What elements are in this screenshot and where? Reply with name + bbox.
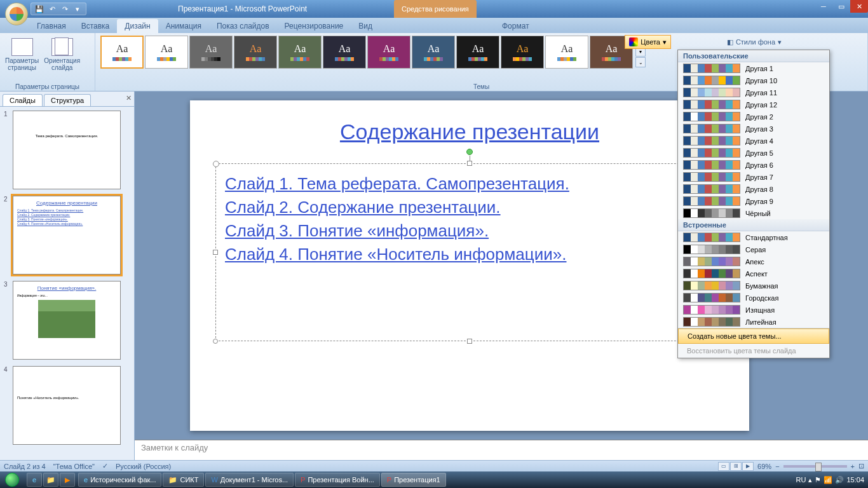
slide-hyperlink[interactable]: Слайд 2. Содержание презентации. (225, 198, 714, 217)
zoom-value[interactable]: 69% (757, 463, 771, 470)
color-scheme-item[interactable]: Бумажная (678, 280, 829, 292)
taskbar-item[interactable]: PПрезентация1 (381, 473, 446, 487)
tab-outline[interactable]: Структура (44, 94, 91, 106)
color-scheme-item[interactable]: Изящная (678, 304, 829, 316)
tab-review[interactable]: Рецензирование (277, 19, 351, 33)
color-scheme-item[interactable]: Другая 8 (678, 183, 829, 195)
resize-handle[interactable] (213, 339, 218, 344)
slide-thumbnail-1[interactable]: Тема реферата. Самопрезентация. (13, 111, 121, 189)
office-button[interactable] (5, 3, 28, 25)
close-button[interactable]: ✕ (850, 0, 868, 13)
color-scheme-item[interactable]: Другая 3 (678, 123, 829, 135)
notes-pane[interactable]: Заметки к слайду (135, 440, 868, 460)
theme-thumbnail[interactable]: Aa (145, 36, 188, 69)
theme-thumbnail[interactable]: Aa (367, 36, 410, 69)
tray-lang[interactable]: RU (796, 476, 806, 484)
undo-icon[interactable]: ↶ (48, 4, 57, 13)
resize-handle[interactable] (213, 250, 218, 255)
color-scheme-item[interactable]: Городская (678, 292, 829, 304)
color-scheme-item[interactable]: Другая 5 (678, 147, 829, 159)
color-scheme-item[interactable]: Другая 6 (678, 159, 829, 171)
background-styles-button[interactable]: ◧ Стили фона ▾ (723, 35, 785, 49)
color-scheme-item[interactable]: Другая 2 (678, 111, 829, 123)
theme-thumbnail[interactable]: Aa (501, 36, 544, 69)
slide-thumbnail-4[interactable]: Понятие «Носитель информации». (13, 366, 121, 445)
color-scheme-item[interactable]: Стандартная (678, 231, 829, 243)
fit-button[interactable]: ⊡ (858, 462, 864, 470)
taskbar-item[interactable]: WДокумент1 - Micros... (205, 473, 294, 487)
tab-slideshow[interactable]: Показ слайдов (209, 19, 277, 33)
color-scheme-item[interactable]: Другая 7 (678, 171, 829, 183)
slide-hyperlink[interactable]: Слайд 4. Понятие «Носитель информации». (225, 245, 714, 264)
color-scheme-item[interactable]: Другая 1 (678, 62, 829, 74)
slide-thumbnail-2[interactable]: Содержание презентации Слайд 1. Тема реф… (13, 196, 121, 274)
slide[interactable]: Содержание презентации Слайд 1. Тема реф… (190, 100, 749, 431)
theme-thumbnail[interactable]: Aa (234, 36, 277, 69)
spellcheck-icon[interactable]: ✓ (102, 462, 108, 470)
rotation-handle[interactable] (466, 149, 473, 155)
color-scheme-item[interactable]: Другая 9 (678, 195, 829, 207)
slide-title[interactable]: Содержание презентации (215, 119, 724, 144)
theme-thumbnail[interactable]: Aa (323, 36, 366, 69)
create-new-colors-button[interactable]: Создать новые цвета темы... (678, 329, 829, 344)
minimize-button[interactable]: ─ (815, 0, 832, 13)
slide-thumbnail-3[interactable]: Понятие «информация». Информация – это..… (13, 281, 121, 360)
thumbnail-row[interactable]: 2 Содержание презентации Слайд 1. Тема р… (4, 196, 130, 274)
slide-hyperlink[interactable]: Слайд 3. Понятие «информация». (225, 221, 714, 241)
theme-thumbnail[interactable]: Aa (100, 36, 144, 69)
theme-thumbnail[interactable]: Aa (412, 36, 455, 69)
taskbar-item[interactable]: PПрезентация Войн... (295, 473, 380, 487)
context-tab-drawing[interactable]: Средства рисования (394, 0, 477, 18)
volume-icon[interactable]: 🔊 (835, 476, 844, 484)
panel-close-icon[interactable]: ✕ (126, 94, 132, 102)
taskbar-item[interactable]: 📁СИКТ (163, 473, 204, 487)
color-scheme-item[interactable]: Чёрный (678, 207, 829, 219)
tab-insert[interactable]: Вставка (74, 19, 118, 33)
theme-thumbnail[interactable]: Aa (456, 36, 499, 69)
color-scheme-item[interactable]: Другая 11 (678, 86, 829, 98)
network-icon[interactable]: 📶 (824, 476, 832, 484)
theme-thumbnail[interactable]: Aa (545, 36, 588, 69)
resize-handle[interactable] (467, 339, 472, 344)
tab-home[interactable]: Главная (29, 19, 74, 33)
color-scheme-item[interactable]: Апекс (678, 255, 829, 268)
color-scheme-item[interactable]: Другая 12 (678, 98, 829, 111)
maximize-button[interactable]: ▭ (832, 0, 850, 13)
color-scheme-item[interactable]: Другая 10 (678, 74, 829, 86)
sorter-view-button[interactable]: ⊞ (730, 462, 742, 471)
color-scheme-item[interactable]: Литейная (678, 316, 829, 328)
tray-up-icon[interactable]: ▴ (808, 476, 812, 484)
slideshow-view-button[interactable]: ▶ (742, 462, 754, 471)
tab-view[interactable]: Вид (351, 19, 380, 33)
taskbar-item[interactable]: eИсторический фак... (78, 473, 161, 487)
pinned-ie-icon[interactable]: e (27, 473, 42, 487)
theme-thumbnail[interactable]: Aa (278, 36, 322, 69)
flag-icon[interactable]: ⚑ (815, 476, 821, 484)
slide-hyperlink[interactable]: Слайд 1. Тема реферата. Самопрезентация. (225, 174, 714, 194)
page-setup-button[interactable]: Параметры страницы (4, 37, 40, 72)
zoom-slider[interactable] (783, 465, 847, 468)
tray-clock[interactable]: 15:04 (846, 476, 864, 484)
tab-design[interactable]: Дизайн (117, 19, 158, 33)
zoom-out-button[interactable]: − (775, 463, 779, 470)
tab-slides-thumbs[interactable]: Слайды (3, 94, 43, 106)
zoom-in-button[interactable]: + (851, 463, 855, 470)
resize-handle[interactable] (467, 161, 472, 166)
color-scheme-item[interactable]: Другая 4 (678, 135, 829, 147)
normal-view-button[interactable]: ▭ (718, 462, 729, 471)
theme-thumbnail[interactable]: Aa (189, 36, 233, 69)
qat-more-icon[interactable]: ▾ (73, 4, 82, 13)
color-scheme-item[interactable]: Аспект (678, 268, 829, 280)
start-button[interactable] (0, 471, 24, 488)
thumbnail-row[interactable]: 4 Понятие «Носитель информации». (4, 366, 130, 445)
language-indicator[interactable]: Русский (Россия) (116, 463, 171, 470)
color-scheme-item[interactable]: Серая (678, 243, 829, 255)
save-icon[interactable]: 💾 (35, 4, 44, 13)
redo-icon[interactable]: ↷ (60, 4, 69, 13)
thumbnail-row[interactable]: 1 Тема реферата. Самопрезентация. (4, 111, 130, 189)
gallery-scroll-button[interactable]: ⌄ (635, 57, 646, 67)
content-textbox[interactable]: Слайд 1. Тема реферата. Самопрезентация.… (215, 163, 724, 341)
tab-animations[interactable]: Анимация (158, 19, 209, 33)
pinned-explorer-icon[interactable]: 📁 (43, 473, 58, 487)
colors-dropdown-button[interactable]: Цвета ▾ (625, 35, 671, 49)
